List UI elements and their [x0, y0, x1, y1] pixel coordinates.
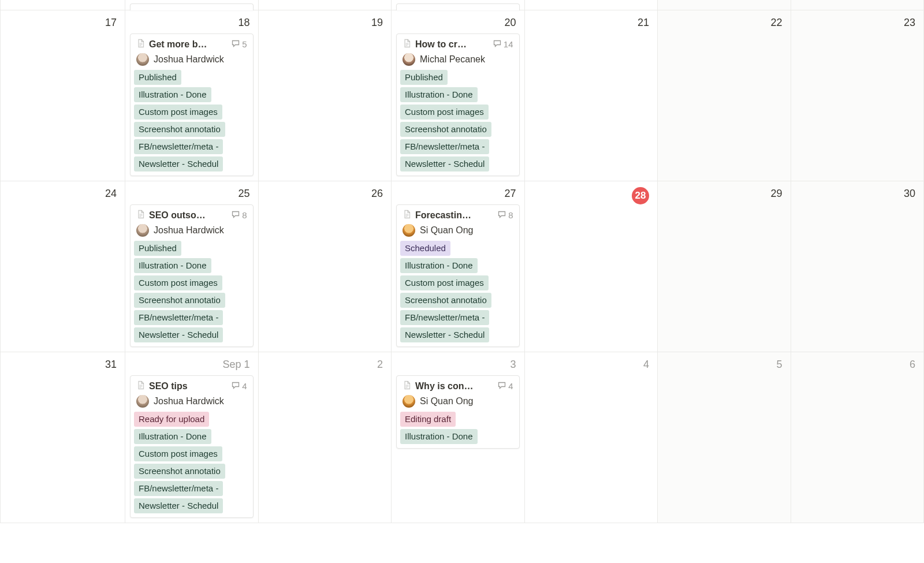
- comment-count[interactable]: 4: [231, 381, 247, 392]
- comment-count[interactable]: 4: [497, 381, 513, 392]
- comment-icon: [231, 39, 240, 50]
- avatar: [136, 395, 149, 408]
- calendar-cell[interactable]: Sep 1SEO tips4Joshua HardwickReady for u…: [125, 352, 259, 523]
- card-title: SEO outso…: [149, 210, 228, 221]
- comment-number: 8: [508, 210, 513, 220]
- calendar-card-partial: [396, 3, 520, 10]
- avatar: [136, 53, 149, 66]
- calendar-cell[interactable]: 6: [791, 352, 925, 523]
- status-tag: Screenshot annotatio: [134, 464, 225, 479]
- calendar-cell[interactable]: 29: [658, 181, 791, 352]
- calendar-card[interactable]: SEO tips4Joshua HardwickReady for upload…: [130, 375, 254, 518]
- document-icon: [136, 210, 146, 221]
- calendar-cell[interactable]: 17: [0, 10, 125, 181]
- status-tag: FB/newsletter/meta -: [134, 139, 223, 154]
- author-name: Joshua Hardwick: [154, 225, 224, 236]
- calendar-cell[interactable]: 5: [658, 352, 791, 523]
- calendar-cell-partial: [525, 0, 658, 10]
- calendar-cell[interactable]: 19: [259, 10, 392, 181]
- author-name: Joshua Hardwick: [154, 54, 224, 65]
- calendar-card[interactable]: Why is con…4Si Quan OngEditing draftIllu…: [396, 375, 520, 449]
- calendar-card[interactable]: SEO outso…8Joshua HardwickPublishedIllus…: [130, 204, 254, 347]
- comment-icon: [231, 381, 240, 392]
- calendar-cell[interactable]: 21: [525, 10, 658, 181]
- day-number: 18: [130, 14, 254, 32]
- status-tag: Custom post images: [400, 105, 489, 120]
- card-title: How to cr…: [415, 39, 489, 50]
- status-tag: Screenshot annotatio: [134, 122, 225, 137]
- status-tag: Illustration - Done: [134, 429, 211, 444]
- day-number: 26: [263, 185, 387, 203]
- calendar-cell[interactable]: 26: [259, 181, 392, 352]
- calendar-cell[interactable]: 27Forecastin…8Si Quan OngScheduledIllust…: [392, 181, 525, 352]
- day-number: 17: [5, 14, 120, 32]
- day-number: 19: [263, 14, 387, 32]
- status-tag: Custom post images: [134, 105, 222, 120]
- day-number: 3: [396, 356, 520, 374]
- comment-number: 8: [242, 210, 247, 220]
- comment-number: 14: [504, 39, 513, 49]
- calendar-cell-partial: [125, 0, 259, 10]
- day-number: 25: [130, 185, 254, 203]
- calendar-card-partial: [130, 3, 254, 10]
- calendar-card[interactable]: How to cr…14Michal PecanekPublishedIllus…: [396, 33, 520, 176]
- status-tag: Screenshot annotatio: [400, 293, 491, 308]
- calendar-cell[interactable]: 22: [658, 10, 791, 181]
- status-tag: Published: [134, 70, 181, 85]
- calendar-cell[interactable]: 4: [525, 352, 658, 523]
- calendar-cell[interactable]: 24: [0, 181, 125, 352]
- document-icon: [403, 381, 412, 392]
- status-tag: FB/newsletter/meta -: [134, 481, 223, 496]
- day-number: Sep 1: [130, 356, 254, 374]
- avatar: [136, 224, 149, 237]
- status-tag: Illustration - Done: [400, 429, 478, 444]
- document-icon: [136, 39, 146, 50]
- comment-count[interactable]: 5: [231, 39, 247, 50]
- status-tag: FB/newsletter/meta -: [134, 310, 223, 325]
- day-number: 5: [662, 356, 786, 374]
- calendar-cell[interactable]: 20How to cr…14Michal PecanekPublishedIll…: [392, 10, 525, 181]
- comment-icon: [497, 210, 506, 221]
- status-tag: Published: [134, 241, 181, 256]
- calendar-cell[interactable]: 3Why is con…4Si Quan OngEditing draftIll…: [392, 352, 525, 523]
- comment-number: 4: [508, 381, 513, 391]
- author-name: Joshua Hardwick: [154, 396, 224, 407]
- avatar: [403, 224, 415, 237]
- calendar-card[interactable]: Get more b…5Joshua HardwickPublishedIllu…: [130, 33, 254, 176]
- day-number: 29: [662, 185, 786, 203]
- day-number: 31: [5, 356, 120, 374]
- calendar-card[interactable]: Forecastin…8Si Quan OngScheduledIllustra…: [396, 204, 520, 347]
- calendar-cell[interactable]: 2: [259, 352, 392, 523]
- status-tag: Screenshot annotatio: [134, 293, 225, 308]
- comment-number: 5: [242, 39, 247, 49]
- day-number: 2: [263, 356, 387, 374]
- comment-icon: [497, 381, 506, 392]
- document-icon: [403, 210, 412, 221]
- calendar-cell[interactable]: 23: [791, 10, 925, 181]
- status-tag: Newsletter - Schedul: [400, 327, 489, 342]
- status-tag: Custom post images: [134, 275, 222, 290]
- calendar-cell[interactable]: 28: [525, 181, 658, 352]
- status-tag: Published: [400, 70, 448, 85]
- status-tag: Newsletter - Schedul: [134, 156, 223, 171]
- day-number: 20: [396, 14, 520, 32]
- status-tag: Newsletter - Schedul: [134, 327, 223, 342]
- calendar-cell-partial: [658, 0, 791, 10]
- day-number: 24: [5, 185, 120, 203]
- calendar-cell[interactable]: 30: [791, 181, 925, 352]
- comment-count[interactable]: 14: [493, 39, 513, 50]
- calendar-cell[interactable]: 31: [0, 352, 125, 523]
- avatar: [403, 53, 415, 66]
- calendar-cell-partial: [259, 0, 392, 10]
- calendar-cell[interactable]: 25SEO outso…8Joshua HardwickPublishedIll…: [125, 181, 259, 352]
- comment-count[interactable]: 8: [497, 210, 513, 221]
- comment-icon: [231, 210, 240, 221]
- comment-count[interactable]: 8: [231, 210, 247, 221]
- calendar-cell-partial: [791, 0, 925, 10]
- document-icon: [136, 381, 146, 392]
- status-tag: Ready for upload: [134, 412, 209, 427]
- status-tag: Custom post images: [400, 275, 489, 290]
- calendar-cell[interactable]: 18Get more b…5Joshua HardwickPublishedIl…: [125, 10, 259, 181]
- day-number: 28: [530, 185, 653, 208]
- day-number: 6: [796, 356, 919, 374]
